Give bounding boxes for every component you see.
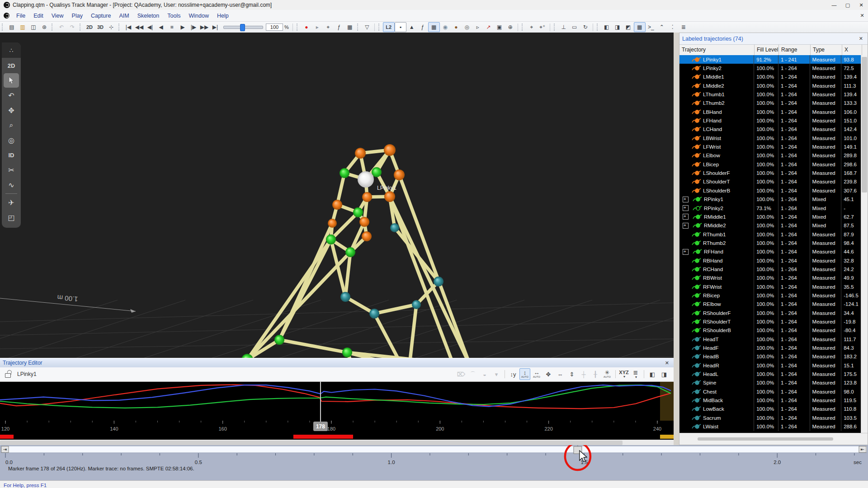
panel-vertical-scrollbar[interactable]	[861, 55, 868, 433]
trajectory-row[interactable]: LFHand100.0%1 - 264Measured151.0	[679, 116, 861, 125]
pan-tool[interactable]: ✥	[4, 103, 19, 117]
scrollbar-thumb[interactable]	[862, 57, 867, 192]
trajectory-row[interactable]: LShoulderB100.0%1 - 264Measured307.6	[679, 186, 861, 195]
trajectory-row[interactable]: LCHand100.0%1 - 264Measured142.4	[679, 125, 861, 134]
marker[interactable]	[362, 192, 372, 202]
trajectory-row[interactable]: RThumb2100.0%1 - 264Measured98.4	[679, 239, 861, 247]
terminal-button[interactable]: >_	[646, 23, 656, 32]
trajectory-row[interactable]: LowBack100.0%1 - 264Measured110.8	[679, 405, 861, 413]
play-button[interactable]: ▶	[177, 23, 188, 32]
trajectory-row[interactable]: RShoulderT100.0%1 - 264Measured-19.8	[679, 317, 861, 326]
column-header-x[interactable]: X	[842, 45, 862, 56]
grid-view-button[interactable]: ▦	[428, 22, 440, 32]
layout-grid-button[interactable]: ▦	[634, 22, 646, 32]
trajectory-row[interactable]: LBHand100.0%1 - 264Measured106.0	[679, 108, 861, 116]
draw-arrow-button[interactable]: ↗	[483, 23, 494, 32]
menu-tools[interactable]: Tools	[163, 10, 184, 21]
marker[interactable]	[412, 300, 421, 309]
trajectory-row[interactable]: HeadB100.0%1 - 264Measured183.2	[679, 352, 861, 361]
trajectory-row[interactable]: RThumb1100.0%1 - 264Measured87.9	[679, 230, 861, 239]
trajectory-row[interactable]: LThumb1100.0%1 - 264Measured139.4	[679, 90, 861, 99]
2d-mode-tool[interactable]: 2D	[4, 58, 19, 73]
marker[interactable]	[345, 247, 355, 257]
trajectory-row[interactable]: LMiddle1100.0%1 - 264Measured139.4	[679, 73, 861, 81]
panel-horizontal-scrollbar[interactable]	[679, 433, 868, 445]
trajectory-row[interactable]: RMiddle1100.0%1 - 264Mixed62.7	[679, 212, 861, 221]
marker[interactable]	[369, 309, 379, 319]
data-grid-button[interactable]: ▦	[344, 23, 355, 32]
new-file-button[interactable]: ▤	[6, 23, 17, 32]
panel-close-icon[interactable]: ✕	[857, 36, 865, 42]
project-options-gear[interactable]: ⊛	[39, 23, 50, 32]
trajectory-row[interactable]: MidBack100.0%1 - 264Measured119.5	[679, 396, 861, 404]
force-f-button[interactable]: ƒ	[417, 23, 428, 32]
sphere-dark-button[interactable]: ◎	[462, 23, 472, 32]
trajectory-row[interactable]: Spine100.0%1 - 264Measured123.8	[679, 379, 861, 387]
marker[interactable]	[328, 219, 337, 228]
trajectory-row[interactable]: LBWrist100.0%1 - 264Measured101.0	[679, 134, 861, 142]
expand-plus-icon[interactable]	[683, 205, 689, 211]
cube-tool[interactable]: ◰	[4, 210, 19, 225]
2d-view-button[interactable]: 2D	[84, 23, 95, 32]
fit-horizontal-button[interactable]: ⇔	[555, 368, 566, 380]
panel-right-toggle[interactable]: ◨	[659, 368, 670, 380]
menu-window[interactable]: Window	[184, 10, 212, 21]
box-tool-button[interactable]: ▣	[494, 23, 505, 32]
marker[interactable]	[434, 277, 443, 286]
marker[interactable]	[332, 200, 342, 210]
play-backward-button[interactable]: ◀	[156, 23, 166, 32]
trajectory-row[interactable]: RFWrist100.0%1 - 264Measured35.5	[679, 282, 861, 291]
trajectory-row[interactable]: LPinky2100.0%1 - 264Measured72.5	[679, 64, 861, 72]
id-tool[interactable]: ID	[4, 148, 19, 162]
list-view-button[interactable]: ≣	[678, 23, 689, 32]
3d-view-button[interactable]: 3D	[95, 23, 106, 32]
undo-button[interactable]: ↶	[56, 23, 67, 32]
trajectory-row[interactable]: HeadL100.0%1 - 264Measured175.5	[679, 370, 861, 378]
refresh-button[interactable]: ↻	[580, 23, 591, 32]
trajectory-row[interactable]: LMiddle2100.0%1 - 264Measured111.3	[679, 81, 861, 90]
playback-speed-value[interactable]: 100	[266, 23, 283, 31]
trajectory-row[interactable]: RPinky1100.0%1 - 264Mixed45.1	[679, 195, 861, 204]
paint-button[interactable]: ⁚	[667, 23, 678, 32]
zoom-tool[interactable]: ⌕	[4, 118, 19, 132]
center-view-plus-button[interactable]: ⌖⁺	[537, 23, 548, 32]
trajectory-row[interactable]: LFWrist100.0%1 - 264Measured149.1	[679, 142, 861, 151]
menu-skeleton[interactable]: Skeleton	[133, 10, 164, 21]
reprocess-button[interactable]: ⊹	[106, 23, 117, 32]
trajectory-row[interactable]: LShoulderF100.0%1 - 264Measured168.7	[679, 169, 861, 177]
trajectory-editor-close-icon[interactable]: ✕	[663, 360, 671, 366]
trajectory-row[interactable]: RMiddle2100.0%1 - 264Mixed87.5	[679, 221, 861, 230]
expand-plus-icon[interactable]	[683, 223, 689, 229]
marker[interactable]	[353, 207, 363, 217]
fast-forward-button[interactable]: ▶▶	[199, 23, 210, 32]
zoom-all-button[interactable]: ✥	[543, 368, 554, 380]
minimize-button[interactable]: —	[827, 0, 841, 10]
fill-gap-button[interactable]: ◒	[479, 368, 490, 380]
trajectory-row[interactable]: LShoulderT100.0%1 - 264Measured239.8	[679, 178, 861, 186]
trajectory-row[interactable]: RBWrist100.0%1 - 264Measured49.9	[679, 274, 861, 282]
scale-y-axis-button[interactable]: ↕y	[508, 368, 519, 380]
add-marker-tool[interactable]: ∿	[4, 178, 19, 192]
trajectory-row[interactable]: LPinky191.2%1 - 241Measured93.8	[679, 55, 861, 64]
menu-help[interactable]: Help	[213, 10, 233, 21]
scrollbar-thumb[interactable]	[698, 437, 833, 441]
measure-tool-button[interactable]: ⌖	[323, 23, 334, 32]
goto-end-button[interactable]: ▶|	[210, 23, 221, 32]
playback-speed-slider[interactable]	[223, 26, 263, 29]
trajectory-row[interactable]: HeadF100.0%1 - 264Measured84.3	[679, 343, 861, 352]
marker[interactable]	[340, 168, 349, 178]
step-back-button[interactable]: ◀|	[145, 23, 156, 32]
trajectory-row[interactable]: LWaist100.0%1 - 264Measured288.6	[679, 422, 861, 431]
expand-plus-icon[interactable]	[683, 197, 689, 202]
menu-aim[interactable]: AIM	[115, 10, 133, 21]
center-marker-button[interactable]: ╂	[590, 368, 601, 380]
center-view-button[interactable]: ⌖	[526, 23, 537, 32]
expand-plus-icon[interactable]	[683, 249, 689, 255]
marker[interactable]	[384, 191, 395, 202]
unlock-icon[interactable]	[4, 370, 13, 378]
expand-plus-icon[interactable]	[683, 214, 689, 220]
save-button[interactable]: ◫	[28, 23, 39, 32]
fit-vertical-button[interactable]: ⇕	[566, 368, 577, 380]
stop-button[interactable]: ■	[166, 23, 177, 32]
menu-file[interactable]: File	[12, 10, 29, 21]
